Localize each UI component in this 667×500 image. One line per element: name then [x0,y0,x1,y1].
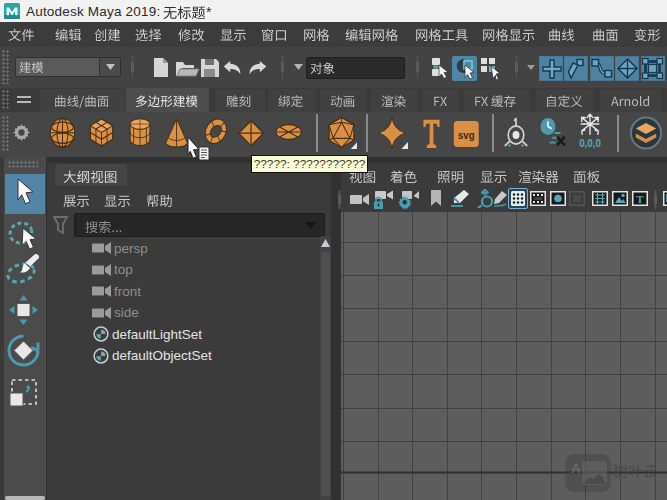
svg-text:svg: svg [458,129,475,141]
svg-text:T: T [636,193,644,205]
svg-text:A: A [571,461,581,476]
svg-text:0,0,0: 0,0,0 [579,138,601,150]
